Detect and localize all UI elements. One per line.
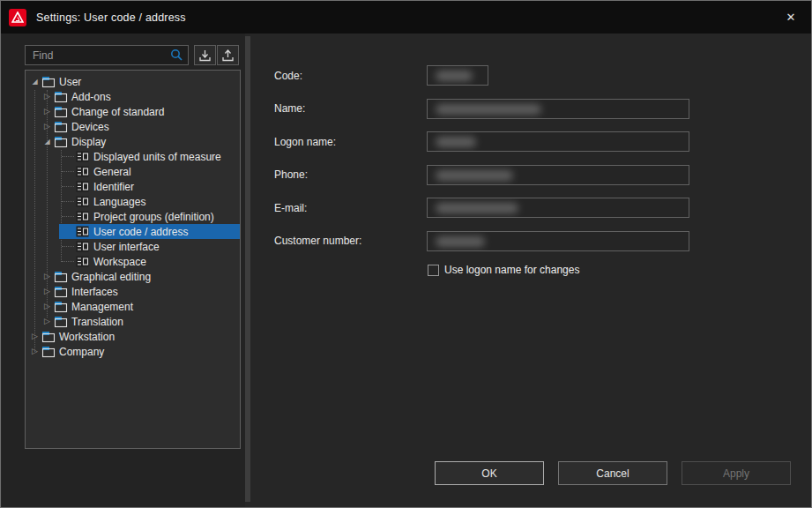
redacted-value [436, 203, 518, 213]
folder-icon [54, 271, 68, 283]
form-row: E-mail: [274, 198, 689, 218]
search-box [25, 45, 189, 65]
tree-item[interactable]: Identifier [26, 179, 240, 194]
import-settings-button[interactable] [194, 45, 216, 65]
checkbox-row: Use logon name for changes [428, 264, 689, 276]
use-logon-name-checkbox[interactable] [428, 265, 439, 276]
folder-icon [54, 136, 68, 148]
expander-icon[interactable] [41, 286, 53, 297]
settings-page-icon [76, 151, 89, 162]
expander-icon[interactable] [41, 91, 53, 102]
folder-icon [54, 121, 68, 133]
close-button[interactable]: ✕ [771, 1, 811, 34]
export-icon [221, 49, 235, 62]
tree-item[interactable]: Display [26, 134, 240, 149]
ok-button[interactable]: OK [435, 461, 544, 485]
tree-item[interactable]: User code / address [26, 224, 240, 239]
tree-item[interactable]: Project groups (definition) [26, 209, 240, 224]
tree-item-label: User code / address [92, 225, 191, 239]
folder-icon [54, 286, 68, 298]
import-icon [198, 49, 212, 62]
export-settings-button[interactable] [217, 45, 239, 65]
tree-item[interactable]: Devices [26, 119, 240, 134]
folder-icon [54, 316, 68, 328]
expander-icon[interactable] [41, 136, 53, 147]
form-row: Name: [274, 99, 689, 119]
settings-page-icon [76, 181, 89, 192]
expander-icon[interactable] [29, 76, 41, 87]
tree-item-label: Identifier [92, 180, 138, 194]
tree-item-label: Display [70, 135, 109, 149]
expander-icon[interactable] [41, 271, 53, 282]
tree-item-label: General [92, 165, 135, 179]
text-input[interactable] [427, 231, 689, 251]
text-input[interactable] [427, 65, 488, 86]
checkbox-label: Use logon name for changes [444, 264, 579, 276]
field-label: Code: [274, 70, 427, 82]
redacted-value [436, 170, 513, 181]
titlebar: Settings: User code / address ✕ [1, 1, 811, 34]
settings-page-icon [76, 256, 89, 267]
folder-icon [54, 91, 68, 103]
tree-item-label: Workspace [92, 255, 150, 269]
tree-item-label: Workstation [57, 330, 118, 344]
field-label: Customer number: [274, 235, 427, 247]
settings-page-icon [76, 196, 89, 207]
tree-item[interactable]: User interface [26, 239, 240, 254]
cancel-button[interactable]: Cancel [558, 461, 667, 485]
tree-item[interactable]: Displayed units of measure [26, 149, 240, 164]
folder-icon [54, 301, 68, 313]
form-row: Phone: [274, 165, 689, 185]
expander-icon[interactable] [29, 346, 41, 357]
tree-item[interactable]: Change of standard [26, 104, 240, 119]
tree-item[interactable]: General [26, 164, 240, 179]
tree-item[interactable]: Graphical editing [26, 269, 240, 284]
dialog-footer: OK Cancel Apply [250, 461, 810, 485]
field-label: Phone: [274, 168, 427, 181]
folder-icon [41, 346, 56, 358]
text-input[interactable] [427, 99, 689, 119]
tree-item[interactable]: User [26, 74, 240, 89]
text-input[interactable] [427, 198, 689, 218]
redacted-value [436, 104, 541, 115]
tree-item[interactable]: Company [26, 344, 240, 359]
tree-item[interactable]: Management [26, 299, 240, 314]
expander-icon[interactable] [41, 301, 53, 312]
form-row: Logon name: [274, 131, 689, 152]
redacted-value [436, 236, 485, 247]
expander-icon[interactable] [41, 106, 53, 117]
tree-item-label: Change of standard [70, 105, 168, 119]
eplan-logo-icon [9, 9, 26, 26]
expander-icon[interactable] [29, 331, 41, 342]
tree-item-label: Displayed units of measure [92, 150, 225, 164]
tree-item-label: Project groups (definition) [92, 210, 218, 224]
tree-item-label: User interface [92, 240, 163, 254]
tree-item-label: Graphical editing [70, 270, 154, 284]
tree-item[interactable]: Translation [26, 314, 240, 329]
apply-button[interactable]: Apply [682, 461, 791, 485]
tree-item[interactable]: Workspace [26, 254, 240, 269]
form-row: Customer number: [274, 231, 689, 251]
tree-item[interactable]: Workstation [26, 329, 240, 344]
window-title: Settings: User code / address [36, 11, 186, 24]
settings-page-icon [76, 241, 89, 252]
tree-item-label: Translation [70, 315, 127, 329]
text-input[interactable] [427, 131, 689, 152]
expander-icon[interactable] [41, 121, 53, 132]
expander-icon[interactable] [41, 316, 53, 327]
user-address-form: Code: Name: Logon name: Phone: [274, 65, 689, 276]
search-input[interactable] [26, 49, 170, 62]
text-input[interactable] [427, 165, 689, 185]
tree-item-label: Interfaces [70, 285, 122, 299]
settings-tree: User Add-ons Change of standard [25, 70, 241, 449]
field-label: E-mail: [274, 202, 427, 214]
tree-item[interactable]: Interfaces [26, 284, 240, 299]
tree-item-label: Company [57, 345, 108, 359]
tree-item[interactable]: Languages [26, 194, 240, 209]
field-label: Logon name: [274, 136, 427, 148]
redacted-value [436, 137, 476, 147]
form-row: Code: [274, 65, 689, 86]
tree-item[interactable]: Add-ons [26, 89, 240, 104]
tree-item-label: Management [70, 300, 137, 314]
folder-icon [41, 331, 56, 343]
